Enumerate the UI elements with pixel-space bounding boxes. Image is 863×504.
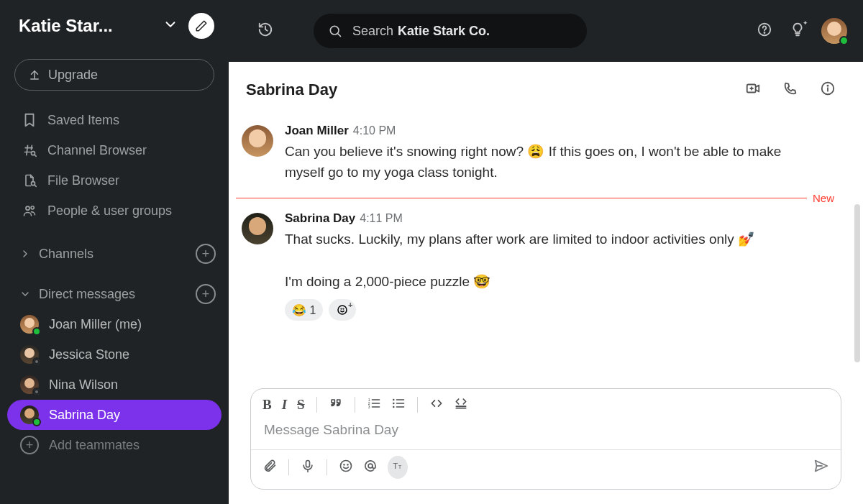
new-messages-divider: New xyxy=(236,192,834,204)
channels-section[interactable]: Channels + xyxy=(0,239,229,269)
format-toolbar: B I S 123 xyxy=(251,389,841,418)
code-button[interactable] xyxy=(429,396,444,413)
message-author: Joan Miller xyxy=(285,124,349,137)
workspace-switcher[interactable]: Katie Star... xyxy=(0,0,229,52)
search-scope: Katie Stark Co. xyxy=(398,24,490,39)
dm-section[interactable]: Direct messages + xyxy=(0,279,229,309)
reaction-chip[interactable]: 😂 1 xyxy=(285,299,323,321)
nav-channel-browser[interactable]: Channel Browser xyxy=(0,135,229,165)
svg-point-34 xyxy=(347,464,348,465)
italic-button[interactable]: I xyxy=(282,397,287,413)
nav-people[interactable]: People & user groups xyxy=(0,196,229,226)
svg-point-33 xyxy=(344,464,344,465)
info-button[interactable] xyxy=(820,81,836,99)
smile-icon xyxy=(339,459,353,473)
search-prompt: Search xyxy=(352,24,393,39)
smile-icon xyxy=(336,303,349,316)
presence-indicator xyxy=(32,388,41,396)
dm-item[interactable]: Sabrina Day xyxy=(7,400,222,430)
bullet-list-button[interactable] xyxy=(391,396,406,413)
history-icon xyxy=(257,22,273,37)
dm-label: Sabrina Day xyxy=(49,408,120,423)
svg-point-35 xyxy=(368,464,373,468)
svg-point-32 xyxy=(341,461,352,472)
voice-button[interactable] xyxy=(301,459,315,476)
mention-button[interactable] xyxy=(363,459,378,476)
formatting-toggle[interactable]: TT xyxy=(388,456,408,479)
message-input[interactable]: Message Sabrina Day xyxy=(251,418,841,449)
quote-button[interactable] xyxy=(329,396,343,413)
upgrade-button[interactable]: Upgrade xyxy=(14,59,214,91)
svg-point-12 xyxy=(827,86,828,86)
nav-label: Channel Browser xyxy=(47,143,147,158)
svg-point-23 xyxy=(393,403,395,405)
svg-rect-30 xyxy=(306,461,310,467)
main-panel: Search Katie Stark Co. ✦ Sabrina Day Joa… xyxy=(229,0,863,504)
user-avatar[interactable] xyxy=(821,18,847,44)
presence-indicator xyxy=(32,327,41,336)
strike-button[interactable]: S xyxy=(297,397,305,413)
attach-button[interactable] xyxy=(262,459,277,476)
new-message-button[interactable] xyxy=(188,13,214,39)
nav-label: Saved Items xyxy=(47,113,119,128)
workspace-name: Katie Star... xyxy=(19,16,163,36)
add-reaction-button[interactable]: + xyxy=(329,299,356,321)
add-channel-button[interactable]: + xyxy=(196,244,216,264)
emoji-button[interactable] xyxy=(339,459,353,476)
mic-icon xyxy=(301,459,315,473)
svg-point-24 xyxy=(393,406,395,408)
presence-indicator xyxy=(32,418,41,426)
dm-label: Nina Wilson xyxy=(49,377,118,393)
text-format-icon: TT xyxy=(391,459,405,473)
upgrade-label: Upgrade xyxy=(48,68,98,83)
video-call-button[interactable] xyxy=(745,81,761,99)
sidebar-nav: Saved Items Channel Browser File Browser… xyxy=(0,104,229,239)
nav-label: File Browser xyxy=(47,173,119,188)
svg-point-22 xyxy=(393,399,395,401)
code-block-button[interactable] xyxy=(454,396,468,413)
ordered-list-button[interactable]: 123 xyxy=(367,396,381,413)
avatar xyxy=(242,125,273,157)
svg-point-13 xyxy=(338,306,347,314)
nav-saved-items[interactable]: Saved Items xyxy=(0,105,229,135)
help-button[interactable] xyxy=(757,22,772,40)
search-icon xyxy=(328,24,342,38)
add-teammates[interactable]: + Add teammates xyxy=(0,430,229,460)
message-text: That sucks. Luckily, my plans after work… xyxy=(285,229,820,292)
dm-label: Jessica Stone xyxy=(49,347,129,362)
phone-icon xyxy=(782,81,798,96)
chevron-down-icon xyxy=(17,288,33,300)
paperclip-icon xyxy=(262,459,277,473)
message: Joan Miller4:10 PMCan you believe it's s… xyxy=(236,118,834,189)
sidebar: Katie Star... Upgrade Saved Items Channe… xyxy=(0,0,229,504)
dm-item[interactable]: Jessica Stone xyxy=(0,339,229,370)
svg-text:3: 3 xyxy=(367,405,370,409)
dm-label: Joan Miller (me) xyxy=(49,317,142,332)
nav-file-browser[interactable]: File Browser xyxy=(0,165,229,196)
attach-toolbar: TT xyxy=(251,449,841,489)
scrollbar[interactable] xyxy=(854,204,860,362)
message-text: Can you believe it's snowing right now? … xyxy=(285,141,820,183)
nav-label: People & user groups xyxy=(47,203,172,219)
avatar xyxy=(20,345,39,364)
message-time: 4:10 PM xyxy=(353,124,396,137)
dm-list: Joan Miller (me)Jessica StoneNina Wilson… xyxy=(0,309,229,430)
topbar: Search Katie Stark Co. ✦ xyxy=(229,0,863,62)
add-dm-button[interactable]: + xyxy=(196,284,216,304)
bold-button[interactable]: B xyxy=(262,397,272,413)
send-button[interactable] xyxy=(813,458,829,477)
file-search-icon xyxy=(20,173,39,188)
whats-new-button[interactable]: ✦ xyxy=(790,22,805,40)
people-icon xyxy=(20,203,39,218)
avatar xyxy=(242,213,273,244)
chevron-down-icon xyxy=(163,17,178,35)
add-teammates-label: Add teammates xyxy=(49,438,140,453)
dm-item[interactable]: Nina Wilson xyxy=(0,370,229,400)
dm-item[interactable]: Joan Miller (me) xyxy=(0,309,229,339)
message-composer: B I S 123 Message Sabrina Day TT xyxy=(250,388,841,490)
svg-point-6 xyxy=(764,32,764,33)
avatar xyxy=(20,315,39,334)
search-input[interactable]: Search Katie Stark Co. xyxy=(314,14,587,48)
history-button[interactable] xyxy=(257,22,273,40)
phone-call-button[interactable] xyxy=(782,81,798,99)
